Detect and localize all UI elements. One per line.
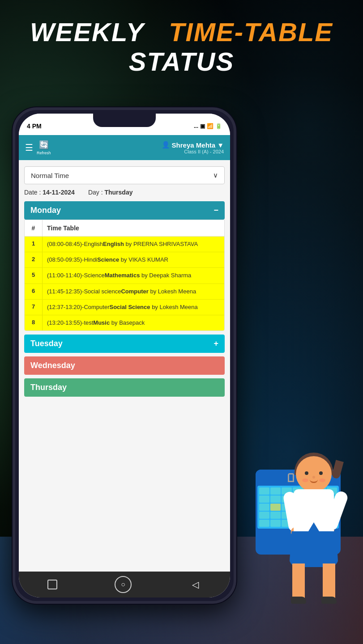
phone-notch xyxy=(93,114,156,127)
wednesday-header[interactable]: Wednesday xyxy=(24,356,225,375)
cal-cell xyxy=(259,496,269,503)
battery-icon: 🔋 xyxy=(215,123,222,129)
character-torso xyxy=(294,489,334,534)
day-label: Day : Thursday xyxy=(88,189,133,196)
day-value: Thursday xyxy=(104,189,132,196)
signal-icon: ▣ xyxy=(200,123,205,129)
back-icon: ◁ xyxy=(192,579,199,590)
character-head xyxy=(296,456,332,492)
monday-label: Monday xyxy=(30,206,61,215)
character-eye-left xyxy=(305,471,308,475)
character-eye-right xyxy=(319,471,323,475)
title-status: STATUS xyxy=(0,47,363,76)
user-name-text: Shreya Mehta xyxy=(172,141,216,149)
user-dropdown-icon[interactable]: ▼ xyxy=(217,141,224,149)
monday-section: Monday − # Time Table 1 (08:00-08:45)-En… xyxy=(24,201,225,331)
time-type-dropdown-row: Normal Time ∨ xyxy=(24,166,225,184)
character-cheek-left xyxy=(302,479,308,482)
wifi-icon: 📶 xyxy=(207,123,214,129)
cal-cell xyxy=(259,520,269,527)
character-skirt xyxy=(289,531,338,567)
phone-inner: 4 PM ... ▣ 📶 🔋 ☰ 🔄 Refresh 👤 Shreya Me xyxy=(19,114,230,597)
tuesday-header[interactable]: Tuesday + xyxy=(24,335,225,353)
time-type-dropdown[interactable]: Normal Time ∨ xyxy=(24,166,225,184)
date-row: Date : 14-11-2024 Day : Thursday xyxy=(24,189,225,196)
monday-collapse-icon: − xyxy=(214,206,218,215)
nav-back-button[interactable]: ◁ xyxy=(189,578,201,591)
timetable-header: # Time Table xyxy=(25,220,224,237)
bottom-nav: ○ ◁ xyxy=(19,572,230,597)
refresh-label: Refresh xyxy=(37,151,51,155)
character-nose xyxy=(312,476,315,479)
title-timetable: TIME-TABLE xyxy=(169,17,333,47)
date-label: Date : 14-11-2024 xyxy=(24,189,75,196)
table-row: 8 (13:20-13:55)-testMusic by Basepack xyxy=(25,315,224,330)
refresh-icon: 🔄 xyxy=(39,140,49,150)
status-icons: ... ▣ 📶 🔋 xyxy=(194,123,222,129)
wednesday-section: Wednesday xyxy=(24,356,225,375)
character-collar xyxy=(308,522,319,531)
table-row: 5 (11:00-11:40)-ScienceMathematics by De… xyxy=(25,268,224,284)
table-row: 2 (08:50-09:35)-HindiScience by VIKAS KU… xyxy=(25,252,224,268)
user-class-text: Class II (A) - 2024 xyxy=(162,149,224,154)
character-illustration xyxy=(269,447,359,617)
title-weekly: WEEKLY xyxy=(30,17,145,47)
app-header: ☰ 🔄 Refresh 👤 Shreya Mehta ▼ Class II (A… xyxy=(19,135,230,160)
nav-square-button[interactable] xyxy=(47,580,57,589)
thursday-header[interactable]: Thursday xyxy=(24,378,225,397)
character-shoe-right xyxy=(321,597,337,604)
character-cheek-right xyxy=(319,479,325,482)
phone-frame: 4 PM ... ▣ 📶 🔋 ☰ 🔄 Refresh 👤 Shreya Me xyxy=(13,107,236,604)
thursday-section: Thursday xyxy=(24,378,225,397)
tuesday-expand-icon: + xyxy=(214,339,218,348)
date-value: 14-11-2024 xyxy=(43,189,75,196)
character-leg-left xyxy=(292,564,305,604)
phone-content: Normal Time ∨ Date : 14-11-2024 Day : Th… xyxy=(19,160,230,572)
user-icon: 👤 xyxy=(162,141,170,149)
table-row: 7 (12:37-13:20)-ComputerSocial Science b… xyxy=(25,300,224,315)
character-shoe-left xyxy=(291,597,306,604)
page-title: WEEKLY TIME-TABLE STATUS xyxy=(0,18,363,76)
home-icon: ○ xyxy=(121,580,125,589)
thursday-label: Thursday xyxy=(30,383,67,392)
character-body xyxy=(278,456,350,617)
cal-cell xyxy=(259,504,269,511)
wednesday-label: Wednesday xyxy=(30,361,75,370)
network-icon: ... xyxy=(194,123,198,129)
cal-cell xyxy=(259,487,269,495)
nav-home-button[interactable]: ○ xyxy=(115,576,132,593)
table-row: 6 (11:45-12:35)-Social scienceComputer b… xyxy=(25,284,224,300)
refresh-button[interactable]: 🔄 Refresh xyxy=(37,140,51,155)
tuesday-label: Tuesday xyxy=(30,339,63,348)
hamburger-icon[interactable]: ☰ xyxy=(25,142,33,153)
status-time: 4 PM xyxy=(27,123,42,130)
col-tt-header: Time Table xyxy=(43,220,224,236)
col-num-header: # xyxy=(25,220,43,236)
dropdown-value: Normal Time xyxy=(31,172,69,179)
monday-header[interactable]: Monday − xyxy=(24,201,225,220)
cal-cell xyxy=(259,512,269,519)
character-ponytail xyxy=(331,460,344,479)
tuesday-section: Tuesday + xyxy=(24,335,225,353)
dropdown-chevron-icon: ∨ xyxy=(213,171,218,179)
character-face xyxy=(300,466,327,488)
monday-timetable: # Time Table 1 (08:00-08:45)-EnglishEngl… xyxy=(24,220,225,331)
table-row: 1 (08:00-08:45)-EnglishEnglish by PRERNA… xyxy=(25,237,224,252)
character-mouth xyxy=(310,479,318,483)
character-leg-right xyxy=(323,564,335,604)
